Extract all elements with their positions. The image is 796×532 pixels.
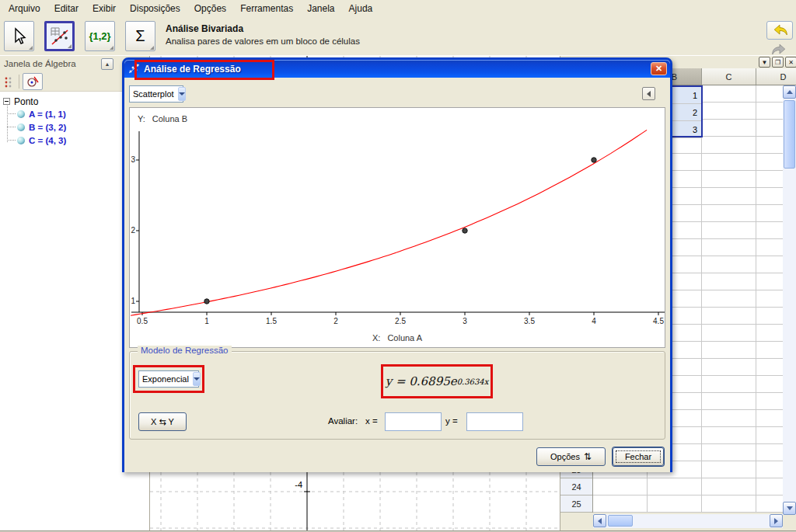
regression-model-group: Modelo de Regressão Exponencial y = 0.68… <box>129 351 665 440</box>
point-sphere-icon <box>17 110 25 118</box>
scroll-right-button[interactable] <box>770 514 783 527</box>
chevron-down-icon <box>193 372 201 386</box>
vertical-scroll-thumb[interactable] <box>784 100 795 169</box>
menu-item-exibir[interactable]: Exibir <box>86 1 123 16</box>
y-axis-label: Y:Coluna B <box>138 114 187 123</box>
object-type-icon <box>26 75 40 88</box>
swap-xy-button[interactable]: X ⇆ Y <box>138 412 187 431</box>
close-dialog-button[interactable]: Fechar <box>613 447 664 466</box>
menu-item-janela[interactable]: Janela <box>300 1 341 16</box>
point-label: A = (1, 1) <box>29 110 66 119</box>
x-tick-label: 4.5 <box>653 317 664 325</box>
scroll-left-button[interactable] <box>593 514 606 527</box>
x-tick-label: 1 <box>204 317 209 325</box>
regression-curve <box>131 130 647 315</box>
x-equals-label: x = <box>365 416 378 426</box>
dialog-scatter-icon <box>128 63 140 75</box>
chevron-left-icon <box>647 91 651 97</box>
horizontal-scroll-thumb[interactable] <box>608 515 633 527</box>
dropdown-corner-icon <box>150 46 154 50</box>
tree-root-ponto[interactable]: Ponto <box>3 96 38 107</box>
auxiliary-objects-icon[interactable] <box>4 76 16 89</box>
options-button[interactable]: Opções ⇅ <box>536 447 606 466</box>
up-down-arrows-icon: ⇅ <box>584 451 592 462</box>
y-tick-label: 1 <box>131 297 135 305</box>
bivariate-analysis-icon <box>50 26 70 47</box>
dialog-content: Scatterplot Y:Coluna B 1230.511.522.533.… <box>124 78 670 472</box>
scatterplot: 1230.511.522.533.544.5 <box>130 108 665 347</box>
row-header-24[interactable]: 24 <box>560 478 592 495</box>
move-tool-button[interactable] <box>4 21 34 51</box>
vertical-scrollbar[interactable] <box>783 85 796 515</box>
column-header-c[interactable]: C <box>702 68 756 85</box>
data-point <box>592 158 596 162</box>
data-point <box>463 228 467 233</box>
y-equals-label: y = <box>445 416 458 426</box>
collapse-panel-button[interactable]: ▲ <box>101 58 113 70</box>
menu-item-ferramentas[interactable]: Ferramentas <box>233 1 300 16</box>
one-variable-icon: {1,2} <box>89 30 110 42</box>
sum-tool-button[interactable]: Σ <box>125 21 155 51</box>
panel-menu-button[interactable]: ▼ <box>759 57 770 68</box>
active-tool-subtitle: Analisa pares de valores em um bloco de … <box>166 37 360 46</box>
point-label: C = (4, 3) <box>29 136 66 145</box>
menu-item-editar[interactable]: Editar <box>47 1 86 16</box>
chevron-down-icon <box>178 87 186 101</box>
tree-item-point[interactable]: A = (1, 1) <box>7 107 66 120</box>
scatterplot-panel: Y:Coluna B 1230.511.522.533.544.5 X:Colu… <box>129 107 665 348</box>
horizontal-scrollbar[interactable] <box>593 514 783 528</box>
undo-arrow-icon <box>771 23 788 37</box>
bivariate-analysis-tool-button[interactable] <box>44 21 75 51</box>
x-tick-label: 3 <box>463 317 467 325</box>
active-tool-title: Análise Bivariada <box>166 23 243 34</box>
x-tick-label: 0.5 <box>137 317 148 325</box>
x-tick-label: 4 <box>592 317 596 325</box>
one-variable-tool-button[interactable]: {1,2} <box>85 21 115 51</box>
dialog-titlebar[interactable]: Análise de Regressão <box>124 60 670 78</box>
regression-analysis-dialog: Análise de Regressão ✕ Scatterplot Y:Col… <box>122 57 672 472</box>
collapse-node-icon[interactable] <box>3 98 10 105</box>
close-panel-button[interactable]: ✕ <box>785 57 796 68</box>
scroll-up-button[interactable] <box>783 85 796 99</box>
undo-button[interactable] <box>766 21 793 40</box>
x-tick-label: 3.5 <box>524 317 535 325</box>
menu-item-opcoes[interactable]: Opções <box>187 1 233 16</box>
plot-type-select[interactable]: Scatterplot <box>129 85 183 103</box>
x-tick-label: 2.5 <box>395 317 406 325</box>
x-axis-label: X:Coluna A <box>130 333 665 342</box>
dropdown-corner-icon <box>29 46 33 50</box>
tree-children: A = (1, 1)B = (3, 2)C = (4, 3) <box>7 107 66 147</box>
x-tick-label: 1.5 <box>266 317 277 325</box>
sum-icon: Σ <box>135 27 145 45</box>
scroll-down-button[interactable] <box>783 502 796 515</box>
point-sphere-icon <box>17 137 25 144</box>
toolbar-divider <box>19 75 19 89</box>
evaluate-x-input[interactable] <box>385 412 442 431</box>
column-header-d[interactable]: D <box>756 68 796 85</box>
collapse-sidepanel-button[interactable] <box>642 87 655 100</box>
evaluate-y-input[interactable] <box>466 412 523 431</box>
dropdown-corner-icon <box>110 46 113 50</box>
y-tick-label: 3 <box>131 155 135 164</box>
restore-panel-button[interactable]: ❐ <box>772 57 784 68</box>
menu-item-ajuda[interactable]: Ajuda <box>342 1 380 16</box>
sort-by-type-button[interactable] <box>23 73 43 90</box>
regression-formula: y = 0.6895 e0.3634x <box>381 364 493 398</box>
menu-item-arquivo[interactable]: Arquivo <box>2 1 47 16</box>
x-tick-label: 2 <box>333 317 338 325</box>
row-header-25[interactable]: 25 <box>560 495 592 513</box>
algebra-panel-title: Janela de Álgebra <box>4 59 76 68</box>
menu-bar: ArquivoEditarExibirDisposiçõesOpçõesFerr… <box>0 0 796 17</box>
menu-item-disposicoes[interactable]: Disposições <box>123 1 187 16</box>
group-label: Modelo de Regressão <box>138 346 232 355</box>
dialog-close-button[interactable]: ✕ <box>651 62 667 75</box>
data-point <box>204 299 209 304</box>
tree-item-point[interactable]: C = (4, 3) <box>7 134 66 147</box>
tree-item-point[interactable]: B = (3, 2) <box>7 120 66 134</box>
toolbar: {1,2} Σ Análise Bivariada Analisa pares … <box>0 17 796 55</box>
avaliar-label: Avaliar: <box>328 416 358 426</box>
cursor-icon <box>10 27 29 46</box>
dialog-title: Análise de Regressão <box>144 64 241 75</box>
regression-model-select[interactable]: Exponencial <box>138 370 199 388</box>
point-label: B = (3, 2) <box>29 123 66 132</box>
